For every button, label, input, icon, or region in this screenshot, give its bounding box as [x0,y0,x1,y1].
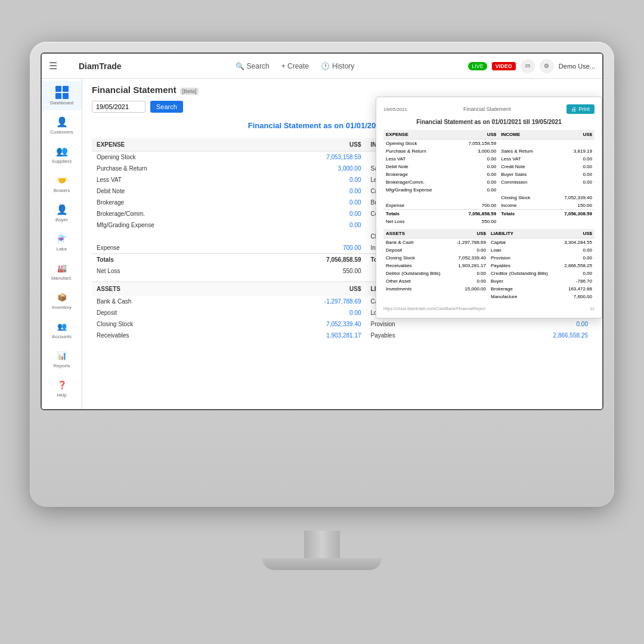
sidebar-label-suppliers: Suppliers [52,159,72,164]
preview-netloss-row: Net Loss 550.00 [383,218,595,225]
currency-icon: $/€ [54,407,70,409]
preview-row: Expense 700.00 Income 150.00 [383,202,595,210]
preview-row: Closing Stock 7,052,339.40 Provision 0.0… [383,254,595,262]
main-layout: Dashboard 👤 Customers 👥 Suppliers 🤝 Brok… [42,79,602,409]
print-preview-header: 19/05/2021 Financial Statement 🖨 Print [383,104,595,114]
preview-totals-row: Totals 7,056,858.59 Totals 7,056,308.59 [383,210,595,218]
sidebar-item-buyer[interactable]: 👤 Buyer [42,198,82,227]
content-area: Financial Statement [Beta] Search Financ… [82,79,602,409]
brokers-icon: 🤝 [54,174,70,187]
suppliers-icon: 👥 [54,144,70,157]
sidebar-label-brokers: Brokers [54,188,70,193]
sidebar: Dashboard 👤 Customers 👥 Suppliers 🤝 Brok… [42,79,82,409]
preview-row: Manufacture 7,600.00 [383,293,595,301]
topnav-center: 🔍 Search + Create 🕐 History [122,62,469,70]
stand-base [262,558,382,570]
app-logo: DiamTrade [79,61,122,71]
screen: ☰ DiamTrade 🔍 Search + Create 🕐 History [41,52,603,410]
beta-badge: [Beta] [180,88,199,95]
search-icon: 🔍 [236,62,244,70]
sidebar-item-brokers[interactable]: 🤝 Brokers [42,169,82,198]
preview-income-header: INCOME [499,130,549,140]
labs-icon: ⚗️ [54,232,70,245]
sidebar-label-customers: Customers [50,129,73,135]
preview-row: Brokerage/Comm. 0.00 Commission 0.00 [383,178,595,186]
search-nav-item[interactable]: 🔍 Search [236,62,270,70]
preview-assets-table: ASSETS US$ LIABILITY US$ Bank & Cash [383,229,595,301]
preview-footer: https://cloud.diamtrade.com/CashBank/Fin… [383,306,595,311]
sidebar-label-accounts: Accounts [52,334,72,339]
page-title: Financial Statement [92,85,177,95]
sidebar-label-dashboard: Dashboard [50,100,73,106]
dashboard-icon [54,86,70,99]
sidebar-item-reports[interactable]: 📊 Reports [42,344,82,373]
print-button[interactable]: 🖨 Print [566,104,595,114]
accounts-icon: 👥 [54,320,70,333]
preview-date: 19/05/2021 [383,107,407,112]
print-preview-panel: 19/05/2021 Financial Statement 🖨 Print F… [376,97,602,318]
page-title-row: Financial Statement [Beta] [92,85,593,95]
preview-row: Purchase & Return 3,000.00 Sales & Retur… [383,147,595,155]
sidebar-label-buyer: Buyer [55,217,68,222]
monitor-stand [268,531,376,578]
preview-row: Opening Stock 7,053,158.59 [383,140,595,148]
sidebar-label-labs: Labs [57,246,67,252]
sidebar-item-currency[interactable]: $/€ [42,402,82,409]
sidebar-item-suppliers[interactable]: 👥 Suppliers [42,140,82,169]
printer-icon: 🖨 [571,106,577,112]
sidebar-item-accounts[interactable]: 👥 Accounts [42,315,82,344]
topnav: ☰ DiamTrade 🔍 Search + Create 🕐 History [42,54,602,79]
search-button[interactable]: Search [150,101,183,113]
preview-row: Closing Stock 7,052,339.40 [383,194,595,202]
preview-liability-currency: US$ [558,229,595,239]
preview-row: Bank & Cash -1,297,788.69 Capital 3,304,… [383,239,595,247]
preview-row: Debit Note 0.00 Credit Note 0.00 [383,163,595,171]
sidebar-item-manufact[interactable]: 🏭 Manufact. [42,256,82,286]
sidebar-label-manufact: Manufact. [51,275,72,281]
preview-row: Investments 15,000.00 Brokerage 163,472.… [383,285,595,293]
preview-assets-currency: US$ [450,229,488,239]
user-label: Demo Use... [559,63,595,70]
manufact-icon: 🏭 [54,261,70,274]
preview-row: Other Asset 0.00 Buyer -786.70 [383,277,595,285]
live-badge: LIVE [468,62,487,70]
preview-income-currency: US$ [550,130,595,140]
buyer-icon: 👤 [54,203,70,216]
preview-row: Deposit 0.00 Loan 0.00 [383,246,595,254]
notifications-icon[interactable]: 25 [521,59,535,73]
customers-icon: 👤 [54,115,70,128]
sidebar-label-reports: Reports [53,363,70,369]
expense-currency-header: US$ [254,138,366,151]
preview-row: Brokerage 0.00 Buyer Sales 0.00 [383,171,595,178]
inventory-icon: 📦 [54,290,70,304]
expense-header: EXPENSE [92,138,254,151]
sidebar-item-dashboard[interactable]: Dashboard [42,81,82,110]
table-row: Closing Stock 7,052,339.40 Provision 0.0… [92,318,593,330]
preview-liability-header: LIABILITY [488,229,558,239]
preview-page: 12 [590,306,595,311]
topnav-right: LIVE VIDEO 25 ⚙ Demo Use... [468,59,595,73]
help-icon: ❓ [54,378,70,391]
sidebar-item-labs[interactable]: ⚗️ Labs [42,227,82,256]
preview-financial-table: EXPENSE US$ INCOME US$ Opening Stock [383,130,595,225]
table-row: Receivables 1,903,281.17 Payables 2,866,… [92,330,593,341]
video-badge: VIDEO [492,62,516,70]
create-nav-item[interactable]: + Create [281,62,309,70]
preview-row: Receivables 1,903,281.17 Payables 2,866,… [383,262,595,270]
monitor-screen-outer: ☰ DiamTrade 🔍 Search + Create 🕐 History [30,42,614,507]
reports-icon: 📊 [54,349,70,362]
preview-title-top: Financial Statement [463,106,511,112]
date-input[interactable] [92,101,145,113]
sidebar-item-help[interactable]: ❓ Help [42,373,82,402]
preview-assets-header: ASSETS [383,229,450,239]
settings-icon[interactable]: ⚙ [540,59,554,73]
sidebar-label-help: Help [57,392,66,398]
monitor-frame: ☰ DiamTrade 🔍 Search + Create 🕐 History [30,66,614,578]
hamburger-icon[interactable]: ☰ [49,60,57,72]
preview-row: Less VAT 0.00 Less VAT 0.00 [383,155,595,163]
sidebar-item-customers[interactable]: 👤 Customers [42,110,82,140]
sidebar-item-inventory[interactable]: 📦 Inventory [42,286,82,315]
history-nav-item[interactable]: 🕐 History [321,62,354,70]
history-icon: 🕐 [321,62,330,70]
preview-report-title: Financial Statement as on 01/01/2021 til… [383,119,595,125]
